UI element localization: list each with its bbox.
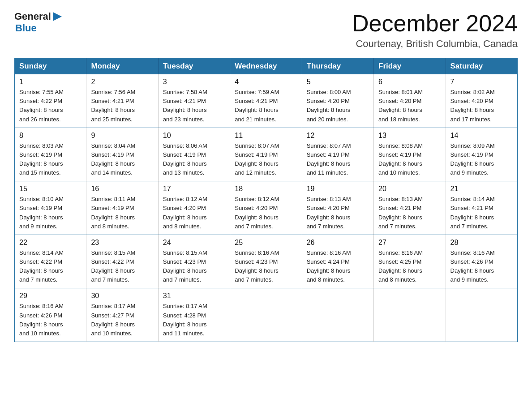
weekday-header-thursday: Thursday bbox=[302, 58, 373, 75]
day-number: 26 bbox=[307, 239, 369, 247]
calendar-cell: 15Sunrise: 8:10 AMSunset: 4:19 PMDayligh… bbox=[15, 181, 86, 235]
day-info: Sunrise: 8:16 AMSunset: 4:24 PMDaylight:… bbox=[307, 248, 369, 285]
day-number: 13 bbox=[378, 132, 441, 140]
day-number: 5 bbox=[307, 78, 369, 86]
calendar-cell: 21Sunrise: 8:14 AMSunset: 4:21 PMDayligh… bbox=[446, 181, 517, 235]
day-number: 9 bbox=[91, 132, 153, 140]
day-info: Sunrise: 8:13 AMSunset: 4:20 PMDaylight:… bbox=[307, 195, 369, 231]
logo-general: General bbox=[14, 11, 51, 22]
calendar-cell: 6Sunrise: 8:01 AMSunset: 4:20 PMDaylight… bbox=[374, 74, 446, 128]
weekday-header-sunday: Sunday bbox=[15, 58, 86, 75]
day-info: Sunrise: 8:13 AMSunset: 4:21 PMDaylight:… bbox=[378, 195, 441, 231]
calendar-cell bbox=[230, 288, 302, 342]
location-title: Courtenay, British Columbia, Canada bbox=[352, 38, 518, 50]
calendar-cell: 25Sunrise: 8:16 AMSunset: 4:23 PMDayligh… bbox=[230, 235, 302, 288]
calendar-cell: 24Sunrise: 8:15 AMSunset: 4:23 PMDayligh… bbox=[158, 235, 230, 288]
day-info: Sunrise: 7:58 AMSunset: 4:21 PMDaylight:… bbox=[163, 88, 225, 124]
calendar-cell: 27Sunrise: 8:16 AMSunset: 4:25 PMDayligh… bbox=[374, 235, 446, 288]
calendar-cell: 18Sunrise: 8:12 AMSunset: 4:20 PMDayligh… bbox=[230, 181, 302, 235]
day-info: Sunrise: 8:06 AMSunset: 4:19 PMDaylight:… bbox=[163, 141, 225, 178]
day-info: Sunrise: 8:07 AMSunset: 4:19 PMDaylight:… bbox=[235, 141, 297, 178]
day-number: 18 bbox=[235, 185, 297, 193]
day-number: 29 bbox=[19, 292, 82, 300]
calendar-cell: 2Sunrise: 7:56 AMSunset: 4:21 PMDaylight… bbox=[86, 74, 158, 128]
calendar-cell: 28Sunrise: 8:16 AMSunset: 4:26 PMDayligh… bbox=[446, 235, 517, 288]
calendar-cell: 17Sunrise: 8:12 AMSunset: 4:20 PMDayligh… bbox=[158, 181, 230, 235]
day-number: 28 bbox=[450, 239, 513, 247]
calendar-cell: 1Sunrise: 7:55 AMSunset: 4:22 PMDaylight… bbox=[15, 74, 86, 128]
calendar-cell: 20Sunrise: 8:13 AMSunset: 4:21 PMDayligh… bbox=[374, 181, 446, 235]
weekday-header-monday: Monday bbox=[86, 58, 158, 75]
calendar-week-2: 8Sunrise: 8:03 AMSunset: 4:19 PMDaylight… bbox=[15, 128, 518, 181]
day-number: 14 bbox=[450, 132, 513, 140]
day-number: 22 bbox=[19, 239, 82, 247]
calendar-cell: 10Sunrise: 8:06 AMSunset: 4:19 PMDayligh… bbox=[158, 128, 230, 181]
day-info: Sunrise: 8:15 AMSunset: 4:22 PMDaylight:… bbox=[91, 248, 153, 285]
weekday-header-friday: Friday bbox=[374, 58, 446, 75]
calendar-cell: 30Sunrise: 8:17 AMSunset: 4:27 PMDayligh… bbox=[86, 288, 158, 342]
calendar-cell: 29Sunrise: 8:16 AMSunset: 4:26 PMDayligh… bbox=[15, 288, 86, 342]
day-info: Sunrise: 8:11 AMSunset: 4:19 PMDaylight:… bbox=[91, 195, 153, 231]
day-number: 10 bbox=[163, 132, 225, 140]
calendar-cell bbox=[374, 288, 446, 342]
day-number: 16 bbox=[91, 185, 153, 193]
calendar-cell: 19Sunrise: 8:13 AMSunset: 4:20 PMDayligh… bbox=[302, 181, 373, 235]
day-number: 3 bbox=[163, 78, 225, 86]
day-number: 23 bbox=[91, 239, 153, 247]
day-info: Sunrise: 8:01 AMSunset: 4:20 PMDaylight:… bbox=[378, 88, 441, 124]
weekday-header-saturday: Saturday bbox=[446, 58, 517, 75]
calendar-table: SundayMondayTuesdayWednesdayThursdayFrid… bbox=[14, 58, 518, 342]
calendar-cell: 16Sunrise: 8:11 AMSunset: 4:19 PMDayligh… bbox=[86, 181, 158, 235]
calendar-cell bbox=[302, 288, 373, 342]
day-info: Sunrise: 8:12 AMSunset: 4:20 PMDaylight:… bbox=[163, 195, 225, 231]
title-block: December 2024 Courtenay, British Columbi… bbox=[352, 11, 518, 50]
day-number: 1 bbox=[19, 78, 82, 86]
day-number: 8 bbox=[19, 132, 82, 140]
day-number: 12 bbox=[307, 132, 369, 140]
day-info: Sunrise: 8:17 AMSunset: 4:27 PMDaylight:… bbox=[91, 302, 153, 338]
calendar-cell: 31Sunrise: 8:17 AMSunset: 4:28 PMDayligh… bbox=[158, 288, 230, 342]
calendar-week-3: 15Sunrise: 8:10 AMSunset: 4:19 PMDayligh… bbox=[15, 181, 518, 235]
day-info: Sunrise: 8:02 AMSunset: 4:20 PMDaylight:… bbox=[450, 88, 513, 124]
day-number: 27 bbox=[378, 239, 441, 247]
calendar-cell: 3Sunrise: 7:58 AMSunset: 4:21 PMDaylight… bbox=[158, 74, 230, 128]
day-info: Sunrise: 8:12 AMSunset: 4:20 PMDaylight:… bbox=[235, 195, 297, 231]
calendar-cell: 11Sunrise: 8:07 AMSunset: 4:19 PMDayligh… bbox=[230, 128, 302, 181]
calendar-cell: 4Sunrise: 7:59 AMSunset: 4:21 PMDaylight… bbox=[230, 74, 302, 128]
day-number: 24 bbox=[163, 239, 225, 247]
day-info: Sunrise: 8:16 AMSunset: 4:26 PMDaylight:… bbox=[450, 248, 513, 285]
weekday-header-row: SundayMondayTuesdayWednesdayThursdayFrid… bbox=[15, 58, 518, 75]
day-number: 6 bbox=[378, 78, 441, 86]
day-number: 19 bbox=[307, 185, 369, 193]
month-title: December 2024 bbox=[352, 11, 518, 36]
calendar-cell: 13Sunrise: 8:08 AMSunset: 4:19 PMDayligh… bbox=[374, 128, 446, 181]
calendar-week-1: 1Sunrise: 7:55 AMSunset: 4:22 PMDaylight… bbox=[15, 74, 518, 128]
day-number: 15 bbox=[19, 185, 82, 193]
logo-icon bbox=[52, 12, 62, 21]
day-info: Sunrise: 8:14 AMSunset: 4:22 PMDaylight:… bbox=[19, 248, 82, 285]
calendar-cell: 5Sunrise: 8:00 AMSunset: 4:20 PMDaylight… bbox=[302, 74, 373, 128]
calendar-cell: 12Sunrise: 8:07 AMSunset: 4:19 PMDayligh… bbox=[302, 128, 373, 181]
calendar-week-4: 22Sunrise: 8:14 AMSunset: 4:22 PMDayligh… bbox=[15, 235, 518, 288]
day-number: 20 bbox=[378, 185, 441, 193]
calendar-body: 1Sunrise: 7:55 AMSunset: 4:22 PMDaylight… bbox=[15, 74, 518, 342]
day-info: Sunrise: 7:56 AMSunset: 4:21 PMDaylight:… bbox=[91, 88, 153, 124]
day-number: 11 bbox=[235, 132, 297, 140]
calendar-cell: 14Sunrise: 8:09 AMSunset: 4:19 PMDayligh… bbox=[446, 128, 517, 181]
day-info: Sunrise: 8:04 AMSunset: 4:19 PMDaylight:… bbox=[91, 141, 153, 178]
day-info: Sunrise: 8:08 AMSunset: 4:19 PMDaylight:… bbox=[378, 141, 441, 178]
calendar-cell: 8Sunrise: 8:03 AMSunset: 4:19 PMDaylight… bbox=[15, 128, 86, 181]
day-info: Sunrise: 7:59 AMSunset: 4:21 PMDaylight:… bbox=[235, 88, 297, 124]
logo-blue: Blue bbox=[15, 22, 37, 34]
page-header: General Blue December 2024 Courtenay, Br… bbox=[14, 11, 518, 50]
calendar-week-5: 29Sunrise: 8:16 AMSunset: 4:26 PMDayligh… bbox=[15, 288, 518, 342]
day-number: 21 bbox=[450, 185, 513, 193]
logo: General Blue bbox=[14, 11, 62, 34]
calendar-cell: 26Sunrise: 8:16 AMSunset: 4:24 PMDayligh… bbox=[302, 235, 373, 288]
day-number: 31 bbox=[163, 292, 225, 300]
day-number: 25 bbox=[235, 239, 297, 247]
weekday-header-wednesday: Wednesday bbox=[230, 58, 302, 75]
calendar-cell: 7Sunrise: 8:02 AMSunset: 4:20 PMDaylight… bbox=[446, 74, 517, 128]
day-info: Sunrise: 8:00 AMSunset: 4:20 PMDaylight:… bbox=[307, 88, 369, 124]
calendar-cell bbox=[446, 288, 517, 342]
